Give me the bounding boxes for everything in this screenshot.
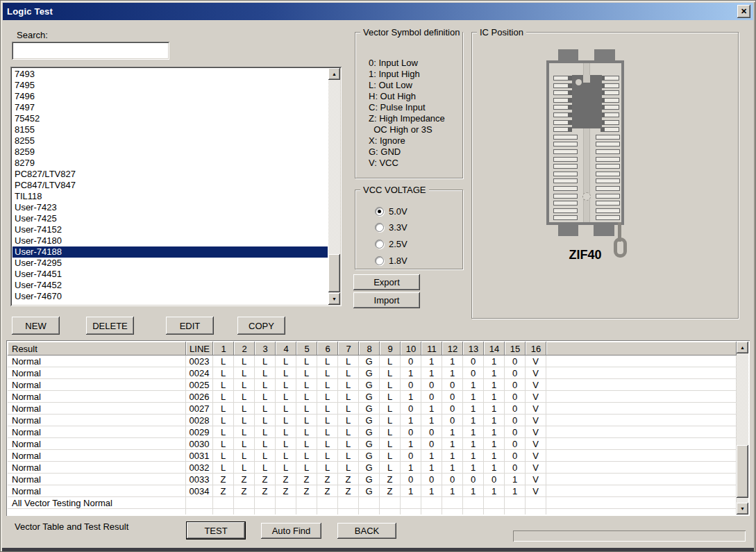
pin-value-cell bbox=[234, 509, 255, 515]
pin-value-cell: L bbox=[234, 426, 255, 438]
pin-value-cell: 0 bbox=[401, 403, 421, 415]
pin-value-cell: G bbox=[359, 438, 380, 450]
column-header-13[interactable]: 13 bbox=[463, 342, 484, 356]
pin-value-cell: Z bbox=[213, 474, 234, 485]
copy-button[interactable]: COPY bbox=[237, 317, 285, 335]
list-item[interactable]: User-74188 bbox=[12, 246, 328, 258]
search-input[interactable] bbox=[12, 42, 169, 60]
column-header-8[interactable]: 8 bbox=[359, 342, 380, 356]
table-row[interactable]: Normal0028LLLLLLLGL110110V bbox=[8, 415, 737, 426]
list-item[interactable]: User-74295 bbox=[12, 258, 328, 269]
column-header-7[interactable]: 7 bbox=[338, 342, 359, 356]
table-scroll-up-button[interactable]: ▲ bbox=[737, 342, 748, 353]
column-header-16[interactable]: 16 bbox=[526, 342, 546, 356]
list-item[interactable]: User-74152 bbox=[12, 224, 328, 235]
ic-position-group-title: IC Position bbox=[477, 27, 526, 37]
summary-row[interactable]: All Vector Testing Normal bbox=[8, 497, 737, 509]
list-item[interactable]: 8155 bbox=[12, 124, 328, 135]
pin-value-cell: L bbox=[296, 403, 317, 415]
pin-value-cell: L bbox=[338, 379, 359, 391]
column-header-11[interactable]: 11 bbox=[421, 342, 442, 356]
column-header-4[interactable]: 4 bbox=[276, 342, 296, 356]
table-row[interactable]: Normal0024LLLLLLLGL111010V bbox=[8, 367, 737, 379]
vcc-option-5.0V[interactable]: 5.0V bbox=[375, 206, 408, 217]
pin-value-cell: L bbox=[255, 450, 276, 462]
list-item[interactable]: 8255 bbox=[12, 135, 328, 147]
pin-value-cell: Z bbox=[380, 485, 401, 497]
list-scroll-thumb[interactable] bbox=[328, 254, 340, 292]
list-item[interactable]: 7493 bbox=[12, 69, 328, 80]
filler-cell bbox=[546, 367, 737, 379]
edit-button[interactable]: EDIT bbox=[166, 317, 214, 335]
vector-symbol-line: C: Pulse Input bbox=[369, 102, 445, 113]
pin-value-cell: 1 bbox=[421, 462, 442, 474]
table-row[interactable]: Normal0023LLLLLLLGL011010V bbox=[8, 356, 737, 367]
device-listbox[interactable]: 7493749574967497754528155825582598279PC8… bbox=[10, 67, 342, 306]
list-item[interactable]: PC827/LTV827 bbox=[12, 169, 328, 180]
table-scroll-down-button[interactable]: ▼ bbox=[737, 503, 748, 515]
table-row[interactable]: Normal0029LLLLLLLGL001110V bbox=[8, 426, 737, 438]
line-cell: 0025 bbox=[186, 379, 213, 391]
auto-find-button[interactable]: Auto Find bbox=[261, 523, 321, 539]
pin-value-cell: L bbox=[338, 426, 359, 438]
list-item[interactable]: User-7423 bbox=[12, 202, 328, 213]
back-button[interactable]: BACK bbox=[337, 523, 396, 539]
new-button[interactable]: NEW bbox=[12, 317, 60, 335]
empty-row[interactable] bbox=[8, 509, 737, 515]
column-header-1[interactable]: 1 bbox=[213, 342, 234, 356]
list-item[interactable]: 8259 bbox=[12, 147, 328, 158]
column-header-9[interactable]: 9 bbox=[380, 342, 401, 356]
vcc-option-3.3V[interactable]: 3.3V bbox=[375, 222, 408, 233]
column-header-6[interactable]: 6 bbox=[317, 342, 338, 356]
column-header-5[interactable]: 5 bbox=[296, 342, 317, 356]
list-item[interactable]: User-74452 bbox=[12, 280, 328, 291]
list-scroll-down-button[interactable]: ▼ bbox=[328, 293, 340, 305]
list-item[interactable]: 8279 bbox=[12, 158, 328, 169]
list-item[interactable]: 7496 bbox=[12, 91, 328, 102]
column-header-Result[interactable]: Result bbox=[8, 342, 186, 356]
list-item[interactable]: User-74670 bbox=[12, 291, 328, 302]
close-button[interactable]: ✕ bbox=[737, 5, 750, 18]
column-header-3[interactable]: 3 bbox=[255, 342, 276, 356]
export-button[interactable]: Export bbox=[353, 274, 420, 290]
list-item[interactable]: User-74180 bbox=[12, 235, 328, 246]
list-item[interactable]: User-74451 bbox=[12, 269, 328, 280]
table-row[interactable]: Normal0026LLLLLLLGL100110V bbox=[8, 391, 737, 403]
column-header-15[interactable]: 15 bbox=[505, 342, 526, 356]
table-row[interactable]: Normal0031LLLLLLLGL011110V bbox=[8, 450, 737, 462]
zif-pin-left bbox=[553, 98, 572, 103]
table-scrollbar[interactable]: ▲ ▼ bbox=[737, 342, 748, 515]
vcc-option-1.8V[interactable]: 1.8V bbox=[375, 255, 408, 266]
titlebar[interactable]: Logic Test ✕ bbox=[3, 3, 753, 20]
table-row[interactable]: Normal0025LLLLLLLGL000110V bbox=[8, 379, 737, 391]
test-button[interactable]: TEST bbox=[186, 521, 246, 540]
table-row[interactable]: Normal0032LLLLLLLGL111110V bbox=[8, 462, 737, 474]
zif-pin-right bbox=[600, 112, 619, 117]
list-scroll-up-button[interactable]: ▲ bbox=[328, 68, 340, 80]
column-header-10[interactable]: 10 bbox=[401, 342, 421, 356]
list-item[interactable]: PC847/LTV847 bbox=[12, 180, 328, 191]
column-header-LINE[interactable]: LINE bbox=[186, 342, 213, 356]
delete-button[interactable]: DELETE bbox=[86, 317, 134, 335]
table-row[interactable]: Normal0034ZZZZZZZGZ111111V bbox=[8, 485, 737, 497]
table-row[interactable]: Normal0033ZZZZZZZGZ000001V bbox=[8, 474, 737, 485]
pin-value-cell: 0 bbox=[463, 367, 484, 379]
radio-icon bbox=[375, 240, 384, 249]
table-scroll-thumb[interactable] bbox=[737, 445, 748, 498]
table-row[interactable]: Normal0030LLLLLLLGL101110V bbox=[8, 438, 737, 450]
column-header-12[interactable]: 12 bbox=[442, 342, 463, 356]
table-row[interactable]: Normal0027LLLLLLLGL010110V bbox=[8, 403, 737, 415]
radio-icon bbox=[375, 256, 384, 265]
list-scrollbar[interactable]: ▲ ▼ bbox=[328, 68, 340, 305]
list-item[interactable]: 7495 bbox=[12, 80, 328, 91]
column-header-2[interactable]: 2 bbox=[234, 342, 255, 356]
list-item[interactable]: 75452 bbox=[12, 113, 328, 124]
column-header-14[interactable]: 14 bbox=[484, 342, 505, 356]
pin-value-cell: G bbox=[359, 415, 380, 426]
list-item[interactable]: 7497 bbox=[12, 102, 328, 113]
import-button[interactable]: Import bbox=[353, 292, 420, 308]
list-item[interactable]: TIL118 bbox=[12, 191, 328, 202]
list-item[interactable]: User-7425 bbox=[12, 213, 328, 224]
pin-value-cell: L bbox=[317, 462, 338, 474]
vcc-option-2.5V[interactable]: 2.5V bbox=[375, 238, 408, 249]
